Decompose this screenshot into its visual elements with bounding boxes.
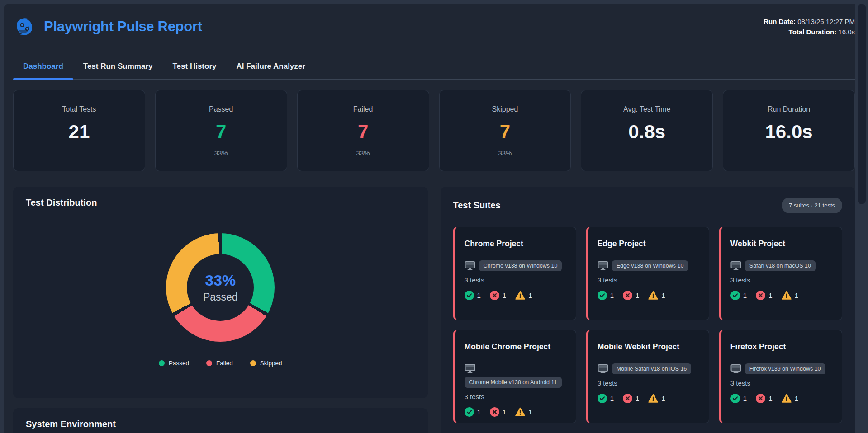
suite-env-row: Chrome Mobile v138 on Android 11 xyxy=(465,363,568,388)
stat-card-failed: Failed 7 33% xyxy=(297,90,429,171)
passed-status: 1 xyxy=(465,407,481,417)
skipped-count: 1 xyxy=(795,395,798,402)
header: Playwright Pulse Report Run Date: 08/13/… xyxy=(4,4,864,49)
stat-sub: 33% xyxy=(298,149,429,157)
chart-legend: Passed Failed Skipped xyxy=(26,360,415,367)
passed-check-icon xyxy=(465,291,474,300)
monitor-icon xyxy=(465,261,475,271)
failed-count: 1 xyxy=(768,292,772,299)
suite-card[interactable]: Mobile Chrome Project Chrome Mobile v138… xyxy=(453,330,576,423)
stat-card-skipped: Skipped 7 33% xyxy=(439,90,571,171)
failed-status: 1 xyxy=(623,291,639,300)
stat-sub xyxy=(723,149,854,157)
failed-x-icon xyxy=(756,394,765,403)
system-environment-title: System Environment xyxy=(26,419,415,429)
suite-card[interactable]: Chrome Project Chrome v138 on Windows 10… xyxy=(453,227,576,320)
suite-env-badge: Firefox v139 on Windows 10 xyxy=(745,363,825,374)
total-duration-line: Total Duration: 16.0s xyxy=(764,27,855,37)
test-suites-panel: Test Suites 7 suites · 21 tests Chrome P… xyxy=(441,187,855,433)
passed-check-icon xyxy=(465,407,474,417)
system-environment-panel: System Environment xyxy=(13,408,428,433)
tab-test-run-summary[interactable]: Test Run Summary xyxy=(73,56,163,79)
passed-status: 1 xyxy=(730,291,747,300)
tab-ai-failure-analyzer[interactable]: AI Failure Analyzer xyxy=(226,56,315,79)
stat-label: Passed xyxy=(156,105,287,113)
failed-x-icon xyxy=(756,291,765,300)
pulse-logo-icon xyxy=(13,15,36,38)
suite-env-row: Chrome v138 on Windows 10 xyxy=(465,260,568,271)
stat-sub xyxy=(14,149,145,157)
suite-status-row: 1 1 1 xyxy=(730,291,834,300)
stat-card-passed: Passed 7 33% xyxy=(155,90,287,171)
test-suites-header: Test Suites 7 suites · 21 tests xyxy=(453,198,843,213)
legend-label: Failed xyxy=(216,360,233,367)
suite-card[interactable]: Firefox Project Firefox v139 on Windows … xyxy=(719,330,842,423)
passed-check-icon xyxy=(598,394,607,403)
skipped-warning-icon xyxy=(648,291,658,300)
failed-status: 1 xyxy=(490,291,506,300)
donut-center-label: Passed xyxy=(203,291,238,303)
tab-bar: Dashboard Test Run Summary Test History … xyxy=(13,49,855,80)
stat-value: 7 xyxy=(298,122,429,141)
suite-name: Firefox Project xyxy=(730,342,834,352)
suite-tests-count: 3 tests xyxy=(730,379,834,387)
skipped-count: 1 xyxy=(795,292,798,299)
total-duration-value: 16.0s xyxy=(836,28,855,36)
suite-env-badge: Chrome v138 on Windows 10 xyxy=(479,260,562,271)
app-window: Playwright Pulse Report Run Date: 08/13/… xyxy=(4,4,864,433)
main-content: Test Distribution 33% Passed Passed xyxy=(13,187,855,433)
suite-card[interactable]: Mobile Webkit Project Mobile Safari v18 … xyxy=(586,330,709,423)
suite-name: Mobile Chrome Project xyxy=(465,342,568,352)
failed-status: 1 xyxy=(490,407,506,417)
legend-item-passed[interactable]: Passed xyxy=(159,360,189,367)
passed-check-icon xyxy=(598,291,607,300)
suite-status-row: 1 1 1 xyxy=(465,291,568,300)
failed-x-icon xyxy=(623,394,632,403)
suite-tests-count: 3 tests xyxy=(598,276,701,284)
legend-item-skipped[interactable]: Skipped xyxy=(250,360,282,367)
stat-label: Avg. Test Time xyxy=(581,105,712,113)
failed-x-icon xyxy=(490,407,499,417)
legend-item-failed[interactable]: Failed xyxy=(206,360,233,367)
passed-count: 1 xyxy=(610,292,614,299)
stat-sub xyxy=(581,149,712,157)
suite-card[interactable]: Edge Project Edge v138 on Windows 10 3 t… xyxy=(586,227,709,320)
passed-status: 1 xyxy=(598,394,614,403)
suite-name: Edge Project xyxy=(598,239,701,249)
failed-x-icon xyxy=(623,291,632,300)
failed-count: 1 xyxy=(503,408,506,416)
donut-center: 33% Passed xyxy=(166,233,275,342)
brand: Playwright Pulse Report xyxy=(13,15,202,38)
test-distribution-title: Test Distribution xyxy=(26,198,415,208)
suite-card[interactable]: Webkit Project Safari v18 on macOS 10 3 … xyxy=(719,227,842,320)
stat-value: 0.8s xyxy=(581,122,712,141)
suite-env-badge: Chrome Mobile v138 on Android 11 xyxy=(465,377,562,388)
test-distribution-panel: Test Distribution 33% Passed Passed xyxy=(13,187,428,398)
suite-status-row: 1 1 1 xyxy=(465,407,568,417)
skipped-status: 1 xyxy=(648,291,665,300)
tab-test-history[interactable]: Test History xyxy=(162,56,226,79)
skipped-warning-icon xyxy=(782,291,792,300)
donut-wrap: 33% Passed xyxy=(166,233,275,342)
run-date-value: 08/13/25 12:27 PM xyxy=(796,18,855,25)
suite-tests-count: 3 tests xyxy=(730,276,834,284)
suite-env-badge: Safari v18 on macOS 10 xyxy=(745,260,816,271)
passed-check-icon xyxy=(730,291,740,300)
monitor-icon xyxy=(598,364,608,374)
suite-tests-count: 3 tests xyxy=(465,393,568,400)
skipped-status: 1 xyxy=(515,291,532,300)
stats-row: Total Tests 21 Passed 7 33% Failed 7 33%… xyxy=(13,90,855,171)
passed-status: 1 xyxy=(465,291,481,300)
passed-check-icon xyxy=(730,394,740,403)
scrollbar-thumb[interactable] xyxy=(858,4,866,204)
tab-dashboard[interactable]: Dashboard xyxy=(13,56,73,79)
page-title: Playwright Pulse Report xyxy=(44,19,202,35)
monitor-icon xyxy=(730,364,741,374)
suite-status-row: 1 1 1 xyxy=(730,394,834,403)
failed-status: 1 xyxy=(756,291,772,300)
suite-env-badge: Edge v138 on Windows 10 xyxy=(612,260,688,271)
legend-label: Passed xyxy=(169,360,189,367)
stat-label: Skipped xyxy=(440,105,571,113)
suite-tests-count: 3 tests xyxy=(465,276,568,284)
skipped-status: 1 xyxy=(515,407,532,417)
